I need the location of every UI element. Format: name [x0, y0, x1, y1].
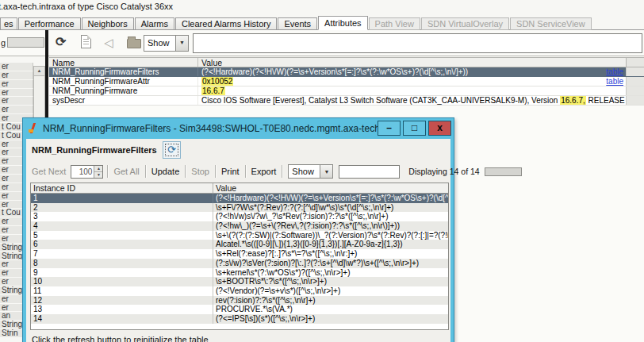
minimize-button[interactable]: – — [378, 121, 401, 136]
maximize-button[interactable]: □ — [403, 121, 426, 136]
dialog-refresh-button[interactable]: ⟳ — [163, 141, 181, 159]
table-row[interactable]: 8(?:s\/w)?\sVer(?:sion)?[\:.]?(?:\s+[^\d… — [31, 259, 448, 268]
instance-id-cell: 3 — [31, 212, 213, 221]
table-row[interactable]: 12rev(?:ision)?:?\s*([^\s;,\n\r]+) — [31, 296, 448, 305]
table-row[interactable]: 2\s+F\/?W\s*(?:Rev)?:?(?:[^\d]\w*\s)\s*(… — [31, 203, 448, 213]
list-item[interactable]: er — [0, 80, 33, 89]
table-row[interactable]: sysDescrCisco IOS Software [Everest], Ca… — [49, 96, 644, 106]
dialog-title: NRM_RunningFirmwareFilters - Sim34498:SW… — [43, 123, 378, 134]
spin-down-icon[interactable]: ▼ — [94, 172, 102, 178]
table-row[interactable]: 11(?<!Vendor)(?=\s+v\s*)([^\s;,\n\r>]+) — [31, 286, 448, 296]
spin-up-icon[interactable]: ▲ — [94, 166, 102, 172]
instance-id-cell: 8 — [31, 259, 213, 268]
dialog-filter-input[interactable] — [339, 165, 400, 179]
attribute-name-cell: NRM_RunningFirmwareFilters — [49, 67, 198, 76]
print-button[interactable]: Print — [220, 167, 241, 176]
table-scrollbar-track[interactable] — [626, 96, 644, 105]
get-all-button[interactable]: Get All — [112, 167, 140, 176]
attribute-name-cell: NRM_RunningFirmware — [49, 86, 198, 95]
table-row[interactable]: 9\s+kernel\s*(?:\w*OS\s*)?([^\s;,\n\r>]+… — [31, 268, 448, 278]
chevron-down-icon[interactable]: ▼ — [320, 165, 332, 178]
tab-events[interactable]: Events — [278, 17, 317, 30]
show-dropdown-value: Show — [144, 36, 175, 51]
instance-table: Instance ID Value 1(?<!Hardware)(?<!H\/W… — [30, 183, 449, 330]
column-header-value[interactable]: Value — [213, 183, 448, 193]
tab-es[interactable]: es — [0, 17, 17, 30]
list-item[interactable]: er — [0, 106, 33, 114]
spinner-arrows: ▲ ▼ — [94, 166, 102, 178]
export-button[interactable]: Export — [250, 167, 278, 176]
tab-alarms[interactable]: Alarms — [135, 17, 174, 30]
get-next-button[interactable]: Get Next — [30, 167, 67, 176]
highlighted-text: 16.6.7 — [201, 86, 225, 95]
list-item[interactable]: er — [0, 71, 33, 80]
table-row[interactable]: 3(?<!h\/w)s\/?w\_?\s*Rev(?:ision)?:?\s*(… — [31, 212, 448, 221]
list-item[interactable]: er — [0, 89, 33, 98]
attributes-table: Name Value NRM_RunningFirmwareFilters(?<… — [49, 57, 644, 106]
table-row[interactable]: NRM_RunningFirmwareFilters(?<!Hardware)(… — [49, 67, 644, 77]
instance-id-cell: 14 — [31, 314, 213, 324]
attribute-value-cell: (?<!Hardware)(?<!H\/W)(?=\s+Version\s*[=… — [198, 67, 626, 76]
folder-icon[interactable] — [127, 39, 141, 48]
show-dropdown[interactable]: Show ▼ — [144, 35, 189, 52]
tab-bar: esPerformanceNeighborsAlarmsCleared Alar… — [0, 16, 644, 30]
table-row[interactable]: NRM_RunningFirmware16.6.7 — [49, 86, 644, 96]
window-controls: – □ x — [378, 121, 451, 136]
page-size-value: 100 — [71, 166, 94, 178]
table-row[interactable]: 1(?<!Hardware)(?<!H\/W)(?=\s+Version\s*[… — [31, 194, 448, 203]
separator — [215, 165, 216, 178]
separator — [107, 165, 108, 178]
table-row[interactable]: 14(?<=IPS[\s])(s*)([^\s;,\n\r>]+) — [31, 314, 448, 324]
column-header-name[interactable]: Name — [49, 58, 198, 67]
separator — [145, 165, 146, 178]
instance-value-cell: rev(?:ision)?:?\s*([^\s;,\n\r]+) — [213, 296, 448, 305]
update-button[interactable]: Update — [150, 167, 181, 176]
value-text: Cisco IOS Software [Everest], Catalyst L… — [201, 96, 560, 105]
instance-value-cell: Alcatel.*\s(([0-9][\.]){1,3}([0-9]{1,3})… — [213, 240, 448, 249]
stop-button[interactable]: Stop — [190, 167, 211, 176]
table-scrollbar-track[interactable] — [626, 67, 644, 76]
instance-value-cell: \s+\(?(?:(?:SW)|(?:Software))\_?(?:Versi… — [213, 231, 448, 240]
column-header-instance-id[interactable]: Instance ID — [31, 183, 213, 193]
value-text: (?<!Hardware)(?<!H\/W)(?=\s+Version\s*[=… — [201, 67, 468, 76]
table-row[interactable]: 13PROCURVE.*\s(VA.*) — [31, 305, 448, 314]
tab-performance[interactable]: Performance — [18, 17, 81, 30]
page-size-spinner[interactable]: 100 ▲ ▼ — [71, 165, 103, 179]
chevron-down-icon[interactable]: ▼ — [175, 36, 188, 51]
scroll-up-icon[interactable]: ▲ — [34, 67, 44, 76]
instance-value-cell: PROCURVE.*\s(VA.*) — [213, 305, 448, 314]
dialog-footer-hint: Click the refresh button to reinitialize… — [32, 335, 209, 342]
table-link[interactable]: table — [606, 77, 623, 86]
tab-neighbors[interactable]: Neighbors — [82, 17, 134, 30]
table-link[interactable]: table — [606, 67, 623, 76]
instance-value-cell: (?:s\/w)?\sVer(?:sion)?[\:.]?(?:\s+[^\d]… — [213, 259, 448, 268]
table-row[interactable]: 5\s+\(?(?:(?:SW)|(?:Software))\_?(?:Vers… — [31, 231, 448, 240]
table-scrollbar-track[interactable] — [626, 77, 644, 86]
highlighted-text: 16.6.7, — [560, 96, 586, 105]
table-row[interactable]: 4(?<!hw\_)(?=\s+\(?Rev\,?(?:ision)?:?\s*… — [31, 221, 448, 231]
close-button[interactable]: x — [428, 121, 451, 136]
column-header-value[interactable]: Value — [198, 58, 626, 67]
table-scrollbar-track[interactable] — [626, 58, 644, 67]
attribute-dialog: NRM_RunningFirmwareFilters - Sim34498:SW… — [22, 117, 454, 342]
back-icon[interactable]: ◁ — [104, 36, 113, 50]
attribute-value-cell: 0x10052table — [198, 77, 626, 86]
tab-cleared-alarms-history[interactable]: Cleared Alarms History — [175, 17, 277, 30]
table-row[interactable]: 6Alcatel.*\s(([0-9][\.]){1,3}([0-9]{1,3}… — [31, 240, 448, 249]
toolbar-progress-bar — [7, 37, 44, 48]
filter-input[interactable] — [193, 33, 642, 53]
displaying-count-label: Displaying 14 of 14 — [408, 167, 479, 176]
dialog-show-dropdown[interactable]: Show ▼ — [288, 164, 333, 179]
table-row[interactable]: 10\s+BOOTR\s*\:?\s*([^\s;,\n\r>]+) — [31, 277, 448, 286]
table-row[interactable]: 7\s+Rel(?:ease)?[:.]?\s*\=?\s*([^\s;,\n\… — [31, 249, 448, 259]
table-row[interactable]: NRM_RunningFirmwareAttr0x10052table — [49, 77, 644, 86]
instance-value-cell: (?<=IPS[\s])(s*)([^\s;,\n\r>]+) — [213, 314, 448, 324]
table-scrollbar-track[interactable] — [626, 86, 644, 95]
tab-attributes[interactable]: Attributes — [318, 16, 367, 30]
list-item[interactable]: er — [0, 97, 33, 106]
report-icon[interactable] — [81, 35, 91, 48]
list-item[interactable]: er — [0, 63, 33, 71]
refresh-icon[interactable]: ⟳ — [56, 34, 66, 49]
tab-sdn-serviceview: SDN ServiceView — [510, 17, 592, 30]
instance-value-cell: (?<!Hardware)(?<!H\/W)(?=\s+Version\s*[=… — [213, 194, 448, 203]
